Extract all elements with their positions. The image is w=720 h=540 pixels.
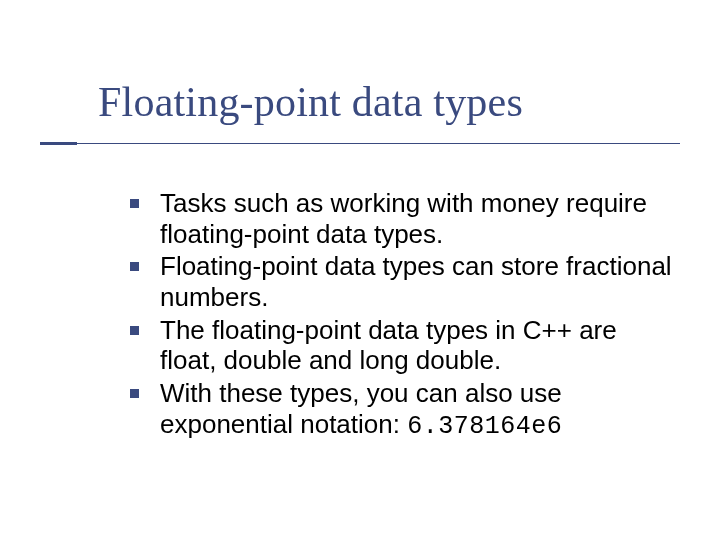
slide: Floating-point data types Tasks such as … (0, 0, 720, 540)
code-literal: 6.378164e6 (407, 412, 562, 441)
square-bullet-icon (130, 199, 139, 208)
list-item-text: Floating-point data types can store frac… (160, 251, 672, 312)
list-item: The floating-point data types in C++ are… (130, 315, 680, 376)
list-item: Tasks such as working with money require… (130, 188, 680, 249)
title-underline (40, 142, 680, 145)
page-title: Floating-point data types (98, 78, 658, 126)
square-bullet-icon (130, 389, 139, 398)
list-item: Floating-point data types can store frac… (130, 251, 680, 312)
body-content: Tasks such as working with money require… (130, 188, 680, 443)
square-bullet-icon (130, 262, 139, 271)
title-wrap: Floating-point data types (98, 78, 658, 126)
list-item: With these types, you can also use expon… (130, 378, 680, 441)
square-bullet-icon (130, 326, 139, 335)
list-item-text: The floating-point data types in C++ are… (160, 315, 617, 376)
underline-thin (77, 143, 680, 144)
list-item-text: Tasks such as working with money require… (160, 188, 647, 249)
underline-thick (40, 142, 77, 145)
